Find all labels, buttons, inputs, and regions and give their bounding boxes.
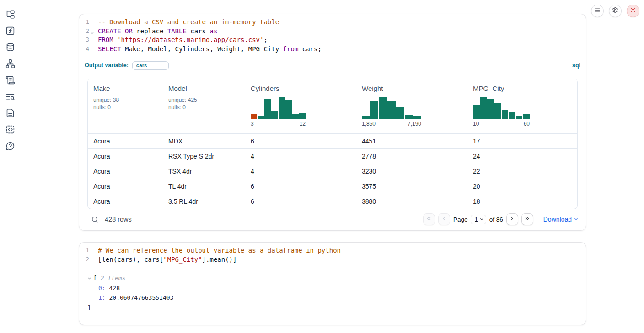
- table-cell: Acura: [88, 149, 163, 164]
- table-cell: 3575: [356, 179, 467, 194]
- code-line[interactable]: 4SELECT Make, Model, Cylinders, Weight, …: [79, 45, 586, 54]
- first-page-button[interactable]: [423, 213, 435, 225]
- table-row[interactable]: AcuraTSX 4dr4323022: [88, 164, 577, 179]
- table-row[interactable]: AcuraTL 4dr6357520: [88, 179, 577, 194]
- code-line[interactable]: 3FROM 'https://datasets.marimo.app/cars.…: [79, 36, 586, 45]
- prev-page-button[interactable]: [438, 213, 450, 225]
- column-header-model[interactable]: Modelunique: 425nulls: 0: [163, 79, 245, 133]
- table-cell: 4: [245, 149, 356, 164]
- gear-icon: [612, 7, 618, 15]
- histogram-max-label: 7,190: [408, 121, 421, 127]
- table-row[interactable]: AcuraRSX Type S 2dr4277824: [88, 148, 577, 164]
- column-histogram[interactable]: [251, 97, 306, 119]
- sql-cell: 1-- Download a CSV and create an in-memo…: [79, 14, 586, 231]
- histogram-bar: [480, 97, 487, 119]
- table-cell: 2778: [356, 149, 467, 164]
- last-page-button[interactable]: [521, 213, 533, 225]
- table-body: AcuraMDX6445117AcuraRSX Type S 2dr427782…: [88, 133, 577, 209]
- code-text: -- Download a CSV and create an in-memor…: [95, 18, 279, 27]
- histogram-min-label: 3: [251, 121, 254, 127]
- chevrons-left-icon: [426, 215, 432, 223]
- language-badge: sql: [572, 62, 580, 69]
- column-title: Make: [93, 85, 157, 92]
- chevron-right-icon: [509, 215, 515, 223]
- shutdown-button[interactable]: [627, 5, 639, 17]
- code-line[interactable]: 2CREATE OR replace TABLE cars as: [79, 27, 586, 36]
- code-text: FROM 'https://datasets.marimo.app/cars.c…: [95, 36, 268, 45]
- table-cell: 24: [467, 149, 577, 164]
- histogram-bar: [387, 101, 396, 119]
- column-stats: unique: 425nulls: 0: [168, 96, 240, 111]
- tree-item: 1: 20.060747663551403: [98, 293, 586, 303]
- file-tree-icon[interactable]: [5, 10, 15, 19]
- column-header-cylinders[interactable]: Cylinders312: [245, 79, 356, 133]
- output-variable-bar: Output variable: sql: [79, 59, 586, 72]
- table-cell: 6: [245, 179, 356, 194]
- close-icon: [630, 7, 636, 15]
- line-number: 2: [79, 27, 95, 36]
- output-variable-label: Output variable:: [85, 62, 129, 69]
- sql-editor[interactable]: 1-- Download a CSV and create an in-memo…: [79, 14, 586, 57]
- file-text-icon[interactable]: [5, 108, 15, 118]
- table-cell: 4: [245, 164, 356, 179]
- output-variable-input[interactable]: [132, 61, 169, 70]
- table-cell: 3880: [356, 194, 467, 209]
- code-line[interactable]: 1# We can reference the output variable …: [79, 246, 586, 255]
- histogram-bar: [502, 110, 509, 119]
- page-select[interactable]: 1: [471, 215, 486, 224]
- table-row[interactable]: AcuraMDX6445117: [88, 133, 577, 148]
- menu-button[interactable]: [591, 5, 604, 17]
- row-count: 428 rows: [105, 216, 132, 223]
- column-header-weight[interactable]: Weight1,8507,190: [356, 79, 467, 133]
- column-title: Weight: [362, 85, 462, 92]
- next-page-button[interactable]: [506, 213, 518, 225]
- table-header: Makeunique: 38nulls: 0Modelunique: 425nu…: [88, 79, 577, 133]
- table-cell: Acura: [88, 179, 163, 194]
- table-footer: 428 rows Page 1 of 86 Download: [79, 209, 586, 230]
- network-icon[interactable]: [5, 59, 15, 69]
- table-cell: TL 4dr: [163, 179, 245, 194]
- output-tree: [ 2 Items0: 4281: 20.060747663551403]: [79, 267, 586, 312]
- histogram-bar: [487, 99, 494, 119]
- data-table: Makeunique: 38nulls: 0Modelunique: 425nu…: [87, 79, 578, 209]
- code-text: SELECT Make, Model, Cylinders, Weight, M…: [95, 45, 322, 54]
- tree-item-value: 20.060747663551403: [106, 293, 174, 303]
- column-histogram[interactable]: [473, 97, 530, 119]
- tree-item: 0: 428: [98, 283, 586, 293]
- function-square-icon[interactable]: [5, 26, 15, 36]
- histogram-bar: [279, 97, 285, 119]
- search-icon[interactable]: [91, 216, 99, 223]
- histogram-bar: [523, 114, 530, 119]
- python-editor[interactable]: 1# We can reference the output variable …: [79, 243, 586, 267]
- text-search-icon[interactable]: [5, 92, 15, 101]
- help-circle-icon[interactable]: [5, 141, 15, 151]
- scroll-text-icon[interactable]: [5, 75, 15, 85]
- code-square-icon[interactable]: [5, 125, 15, 134]
- collapse-chevron-icon[interactable]: [87, 276, 93, 280]
- histogram-bar: [405, 115, 413, 119]
- histogram-bar: [396, 107, 404, 119]
- column-header-make[interactable]: Makeunique: 38nulls: 0: [88, 79, 163, 133]
- histogram-bar: [413, 116, 421, 119]
- table-cell: 3230: [356, 164, 467, 179]
- code-line[interactable]: 1-- Download a CSV and create an in-memo…: [79, 18, 586, 27]
- line-number: 2: [79, 255, 95, 264]
- table-row[interactable]: Acura3.5 RL 4dr6388018: [88, 194, 577, 209]
- page-total-label: of 86: [489, 216, 503, 223]
- histogram-bar: [509, 112, 515, 119]
- column-header-mpg_city[interactable]: MPG_City1060: [467, 79, 577, 133]
- histogram-bar: [473, 105, 480, 119]
- fold-chevron-icon[interactable]: [90, 29, 94, 33]
- tree-root-line[interactable]: [ 2 Items: [87, 273, 586, 283]
- table-cell: RSX Type S 2dr: [163, 149, 245, 164]
- histogram-bar: [494, 103, 501, 119]
- code-line[interactable]: 2[len(cars), cars["MPG_City"].mean()]: [79, 255, 586, 264]
- settings-button[interactable]: [609, 5, 622, 17]
- histogram-bar: [299, 113, 306, 119]
- database-icon[interactable]: [5, 42, 15, 52]
- histogram-bar: [370, 101, 379, 119]
- chevron-down-icon: [574, 216, 579, 223]
- download-button[interactable]: Download: [543, 216, 579, 223]
- table-cell: 6: [245, 134, 356, 148]
- column-histogram[interactable]: [362, 97, 421, 119]
